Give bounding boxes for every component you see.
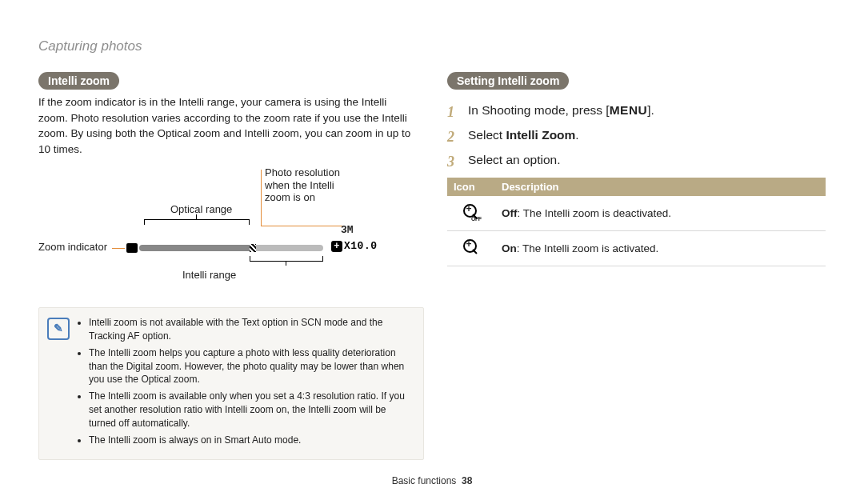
zoom-indicator-chip (126, 243, 138, 253)
note-item: The Intelli zoom is always on in Smart A… (89, 434, 414, 447)
bracket-tick (286, 261, 286, 266)
zoom-value: X10.0 (344, 240, 378, 252)
note-box: ✎ Intelli zoom is not available with the… (38, 307, 424, 460)
left-column: Intelli zoom If the zoom indicator is in… (38, 72, 417, 460)
step-3: 3 Select an option. (447, 150, 826, 174)
bracket-tick (196, 214, 197, 219)
zoom-bar (139, 245, 323, 251)
intro-paragraph: If the zoom indicator is in the Intelli … (38, 94, 417, 157)
col-header-icon: Icon (447, 178, 495, 196)
table-row: + On: The Intelli zoom is activated. (447, 231, 826, 266)
option-name: On (502, 242, 517, 254)
note-list: Intelli zoom is not available with the T… (76, 316, 414, 450)
section-pill-setting-intelli-zoom: Setting Intelli zoom (447, 72, 569, 90)
page-footer: Basic functions 38 (0, 475, 864, 486)
footer-section: Basic functions (392, 475, 457, 486)
intelli-zoom-off-icon: +OFF (463, 204, 479, 220)
breadcrumb: Capturing photos (38, 38, 826, 54)
optical-range-bracket (144, 219, 250, 225)
intelli-range-bracket (250, 256, 323, 262)
col-header-description: Description (495, 178, 826, 196)
right-column: Setting Intelli zoom 1 In Shooting mode,… (447, 72, 826, 460)
step-1: 1 In Shooting mode, press [MENU]. (447, 101, 826, 124)
options-table: Icon Description +OFF Off: The Intelli z… (447, 178, 826, 266)
step-text: ]. (647, 103, 654, 117)
table-header-row: Icon Description (447, 178, 826, 196)
step-number: 2 (447, 126, 460, 149)
two-column-layout: Intelli zoom If the zoom indicator is in… (38, 72, 826, 460)
zoom-indicator-label: Zoom indicator (38, 241, 107, 253)
note-item: The Intelli zoom helps you capture a pho… (89, 346, 414, 386)
step-text: . (575, 128, 578, 142)
page-number: 38 (462, 475, 472, 486)
steps-list: 1 In Shooting mode, press [MENU]. 2 Sele… (447, 101, 826, 173)
step-text: Select (468, 128, 506, 142)
note-item: Intelli zoom is not available with the T… (89, 316, 414, 343)
note-item: The Intelli zoom is available only when … (89, 390, 414, 430)
step-text: In Shooting mode, press [ (468, 103, 610, 117)
option-desc: : The Intelli zoom is activated. (517, 242, 659, 254)
step-2: 2 Select Intelli Zoom. (447, 126, 826, 149)
step-number: 3 (447, 150, 460, 174)
section-pill-intelli-zoom: Intelli zoom (38, 72, 119, 90)
plus-icon: + (331, 241, 342, 252)
option-name: Off (502, 207, 518, 219)
step-bold: Intelli Zoom (506, 128, 575, 142)
optical-range-label: Optical range (170, 203, 232, 215)
photo-resolution-label: Photo resolution when the Intelli zoom i… (265, 166, 340, 204)
step-number: 1 (447, 101, 460, 124)
option-desc: : The Intelli zoom is deactivated. (518, 207, 672, 219)
callout-line (261, 170, 262, 226)
intelli-zoom-on-icon: + (463, 239, 479, 255)
table-row: +OFF Off: The Intelli zoom is deactivate… (447, 196, 826, 231)
note-icon: ✎ (47, 318, 70, 340)
callout-line (112, 248, 125, 249)
zoom-readout: +X10.0 (331, 240, 378, 252)
intelli-range-label: Intelli range (182, 269, 236, 281)
callout-line (261, 226, 342, 226)
photo-resolution-value: 3M (341, 224, 354, 236)
menu-button-label: MENU (610, 103, 648, 117)
manual-page: Capturing photos Intelli zoom If the zoo… (0, 0, 864, 504)
zoom-diagram: Photo resolution when the Intelli zoom i… (38, 166, 417, 302)
step-text: Select an option. (468, 150, 560, 174)
